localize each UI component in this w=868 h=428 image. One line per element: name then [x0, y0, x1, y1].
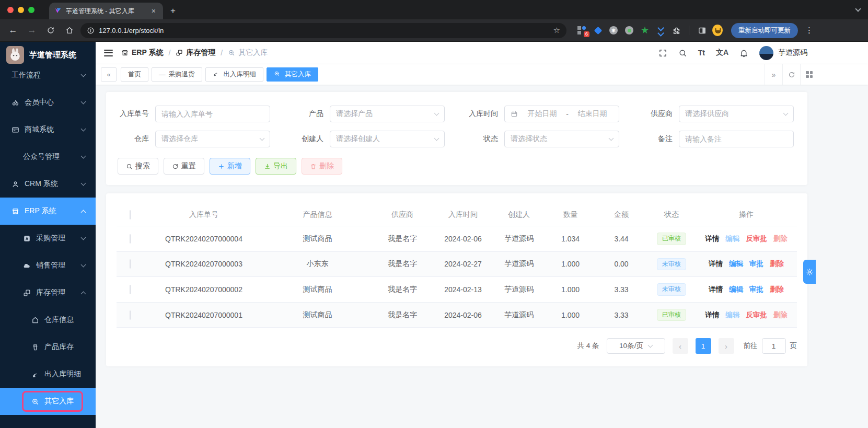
page-tab-出入库明细[interactable]: 出入库明细	[205, 67, 264, 82]
gem-extension-icon[interactable]	[593, 25, 603, 36]
breadcrumb-item[interactable]: 库存管理	[176, 48, 215, 57]
extensions-puzzle-icon[interactable]	[671, 25, 681, 36]
sidebar-item-crm-system[interactable]: CRM 系统	[0, 170, 96, 198]
filter-daterange[interactable]: 开始日期-结束日期	[504, 106, 619, 122]
row-action-审批[interactable]: 审批	[749, 285, 763, 294]
fullscreen-icon[interactable]	[658, 49, 667, 57]
row-checkbox[interactable]	[130, 310, 131, 320]
settings-fab[interactable]	[803, 260, 816, 284]
row-action-编辑[interactable]: 编辑	[725, 310, 739, 320]
site-info-icon[interactable]	[87, 27, 95, 34]
filter-input-入库单号[interactable]	[161, 110, 264, 118]
collapse-menu-icon[interactable]	[104, 50, 113, 56]
reset-button[interactable]: 重置	[164, 158, 204, 175]
side-panel-icon[interactable]	[697, 25, 707, 36]
row-action-反审批[interactable]: 反审批	[746, 234, 767, 244]
filter-input-备注[interactable]	[685, 135, 788, 143]
forward-icon[interactable]: →	[24, 22, 40, 38]
home-icon[interactable]	[62, 22, 77, 38]
row-action-编辑[interactable]: 编辑	[729, 259, 743, 269]
sidebar-item-warehouse-info[interactable]: 仓库信息	[0, 306, 96, 333]
page-tab-首页[interactable]: 首页	[121, 67, 148, 82]
row-checkbox[interactable]	[130, 285, 131, 294]
browser-menu-icon[interactable]: ⋮	[801, 26, 817, 35]
breadcrumb-item[interactable]: ERP 系统	[121, 48, 163, 57]
username[interactable]: 芋道源码	[778, 48, 807, 57]
app-logo[interactable]: 芋道管理系统	[0, 42, 96, 68]
tab-search-icon[interactable]	[852, 4, 864, 15]
user-avatar[interactable]	[759, 46, 773, 60]
filter-select-状态[interactable]: 请选择状态	[504, 131, 619, 147]
filter-select-仓库[interactable]: 请选择仓库	[155, 131, 270, 147]
row-action-删除[interactable]: 删除	[773, 310, 788, 320]
search-button[interactable]: 搜索	[118, 158, 158, 175]
sidebar-item-mall-system[interactable]: 商城系统	[0, 116, 96, 143]
notification-bell-icon[interactable]	[739, 49, 748, 57]
daterange-end[interactable]: 结束日期	[572, 109, 613, 119]
row-action-编辑[interactable]: 编辑	[725, 234, 739, 244]
blocker-extension-icon[interactable]: 6	[577, 25, 587, 36]
filter-select-创建人[interactable]: 请选择创建人	[330, 131, 445, 147]
filter-select-供应商[interactable]: 请选择供应商	[679, 106, 794, 122]
pagination-page-1[interactable]: 1	[696, 338, 711, 354]
pagination-next-icon[interactable]: ›	[719, 338, 734, 354]
bookmark-star-icon[interactable]: ☆	[553, 26, 560, 35]
sidebar-item-member-center[interactable]: 会员中心	[0, 89, 96, 116]
locale-icon[interactable]: 文A	[716, 48, 728, 57]
pagination-goto-input[interactable]	[762, 338, 786, 354]
tab-close-icon[interactable]: ×	[149, 7, 158, 15]
wheel-extension-icon[interactable]: ✱	[608, 25, 619, 36]
tabs-scroll-right-icon[interactable]: »	[765, 64, 782, 85]
sidebar-item-stock-mgmt[interactable]: 库存管理	[0, 279, 96, 306]
window-zoom-button[interactable]	[28, 7, 34, 13]
search-icon[interactable]	[678, 49, 687, 57]
chevrons-extension-icon[interactable]	[655, 25, 666, 36]
tabs-layout-grid-icon[interactable]	[800, 64, 818, 85]
sidebar-item-product-stock[interactable]: 产品库存	[0, 333, 96, 361]
row-action-删除[interactable]: 删除	[770, 285, 784, 294]
breadcrumb-item[interactable]: 其它入库	[228, 48, 268, 57]
row-action-审批[interactable]: 审批	[749, 259, 763, 269]
row-action-删除[interactable]: 删除	[773, 234, 788, 244]
page-tab-其它入库[interactable]: 其它入库	[267, 67, 318, 82]
window-close-button[interactable]	[7, 7, 14, 13]
delete-button[interactable]: 删除	[302, 158, 342, 175]
row-checkbox[interactable]	[130, 259, 131, 269]
browser-update-button[interactable]: 重新启动即可更新	[731, 23, 798, 38]
tabs-scroll-left-icon[interactable]: «	[101, 67, 117, 82]
tabs-refresh-icon[interactable]	[782, 64, 800, 85]
export-button[interactable]: 导出	[256, 158, 296, 175]
row-action-详情[interactable]: 详情	[705, 310, 719, 320]
reload-icon[interactable]	[43, 22, 59, 38]
daterange-start[interactable]: 开始日期	[522, 109, 563, 119]
sidebar-item-erp-system[interactable]: ERP 系统	[0, 198, 96, 225]
window-minimize-button[interactable]	[18, 7, 24, 13]
page-size-select[interactable]: 10条/页	[607, 338, 665, 354]
sidebar-item-other-stock-in[interactable]: 其它入库	[0, 388, 96, 415]
back-icon[interactable]: ←	[5, 22, 21, 38]
dot-extension-icon[interactable]	[624, 25, 634, 36]
row-action-删除[interactable]: 删除	[770, 259, 784, 269]
add-button[interactable]: 新增	[210, 158, 250, 175]
sidebar-item-stock-record[interactable]: 出入库明细	[0, 361, 96, 388]
filter-select-产品[interactable]: 请选择产品	[330, 106, 445, 122]
sidebar-item-purchase-mgmt[interactable]: 采购管理	[0, 225, 96, 252]
star-extension-icon[interactable]	[640, 25, 650, 36]
address-bar[interactable]: 127.0.0.1/erp/stock/in ☆	[80, 23, 566, 38]
select-all-checkbox[interactable]	[130, 210, 131, 219]
profile-avatar[interactable]	[712, 25, 723, 36]
font-size-icon[interactable]: Tt	[698, 49, 705, 57]
page-tab-采购退货[interactable]: —采购退货	[152, 67, 202, 82]
row-action-反审批[interactable]: 反审批	[746, 310, 767, 320]
row-action-详情[interactable]: 详情	[709, 285, 723, 294]
row-action-详情[interactable]: 详情	[705, 234, 719, 244]
new-tab-button[interactable]: +	[163, 3, 183, 19]
browser-tab[interactable]: 芋道管理系统 - 其它入库 ×	[49, 3, 163, 19]
window-controls[interactable]	[0, 0, 42, 19]
sidebar-item-sales-mgmt[interactable]: 销售管理	[0, 252, 96, 279]
url-text[interactable]: 127.0.0.1/erp/stock/in	[99, 27, 549, 34]
row-action-编辑[interactable]: 编辑	[729, 285, 743, 294]
sidebar-item-official-account[interactable]: 公众号管理	[0, 143, 96, 170]
row-checkbox[interactable]	[130, 234, 131, 244]
pagination-prev-icon[interactable]: ‹	[673, 338, 688, 354]
